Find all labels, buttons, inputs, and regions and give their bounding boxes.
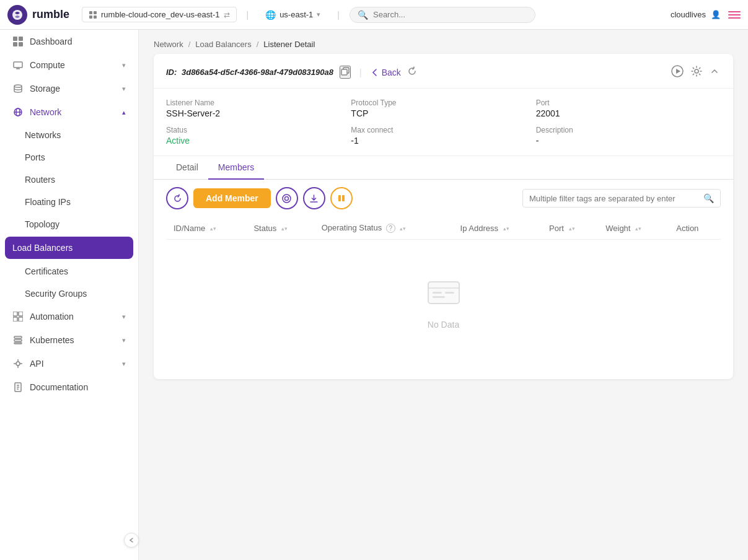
- region-label: us-east-1: [279, 10, 313, 19]
- sidebar-item-automation[interactable]: Automation ▾: [0, 305, 138, 328]
- breadcrumb-sep-2: /: [257, 40, 259, 49]
- back-label: Back: [382, 68, 401, 77]
- filter-input[interactable]: [529, 194, 703, 203]
- breadcrumb-load-balancers[interactable]: Load Balancers: [195, 40, 251, 49]
- value-status: Active: [166, 136, 351, 146]
- api-chevron-icon: ▾: [122, 360, 126, 368]
- sidebar-item-kubernetes[interactable]: Kubernetes ▾: [0, 328, 138, 352]
- field-description: Description -: [536, 126, 721, 146]
- sidebar-item-dashboard[interactable]: Dashboard: [0, 30, 138, 53]
- sidebar-label-automation: Automation: [30, 312, 74, 322]
- sidebar-item-networks[interactable]: Networks: [0, 124, 138, 146]
- detail-fields: Listener Name SSH-Server-2 Protocol Type…: [154, 89, 733, 156]
- download-button[interactable]: [303, 187, 325, 209]
- tab-detail[interactable]: Detail: [166, 156, 208, 180]
- username: cloudlives: [671, 10, 706, 19]
- id-prefix: ID:: [166, 68, 177, 77]
- copy-id-button[interactable]: [340, 66, 351, 79]
- add-member-button[interactable]: Add Member: [193, 188, 271, 208]
- help-icon-operating-status: ?: [386, 224, 395, 233]
- back-button[interactable]: Back: [371, 68, 401, 77]
- svg-rect-44: [433, 292, 442, 294]
- play-button[interactable]: [670, 64, 685, 81]
- sidebar-label-documentation: Documentation: [30, 382, 88, 392]
- api-icon: [12, 358, 24, 369]
- sidebar-label-ports: Ports: [25, 152, 45, 162]
- sort-icon-status: ▴▾: [281, 225, 288, 232]
- label-port: Port: [536, 98, 721, 107]
- logo[interactable]: rumble: [7, 5, 69, 25]
- sidebar-item-storage[interactable]: Storage ▾: [0, 77, 138, 100]
- sidebar-item-compute[interactable]: Compute ▾: [0, 53, 138, 77]
- project-name: rumble-cloud-core_dev-us-east-1: [101, 10, 219, 19]
- settings-button[interactable]: [690, 64, 703, 80]
- sidebar-item-routers[interactable]: Routers: [0, 168, 138, 191]
- detail-header: ID: 3d866a54-d5cf-4366-98af-479d083190a8…: [154, 54, 733, 89]
- topbar-project[interactable]: rumble-cloud-core_dev-us-east-1 ⇄: [82, 7, 236, 22]
- table-head: ID/Name ▴▾ Status ▴▾ Operating Status ? …: [166, 217, 721, 240]
- filter-search-icon: 🔍: [703, 193, 714, 203]
- field-protocol-type: Protocol Type TCP: [351, 98, 535, 118]
- svg-point-37: [285, 196, 289, 200]
- search-bar[interactable]: 🔍: [350, 7, 535, 23]
- pause-button[interactable]: [330, 187, 353, 209]
- sidebar-item-load-balancers[interactable]: Load Balancers: [5, 237, 133, 259]
- no-data-icon: [178, 277, 708, 315]
- topbar: rumble rumble-cloud-core_dev-us-east-1 ⇄…: [0, 0, 748, 30]
- sidebar-label-routers: Routers: [25, 175, 55, 185]
- network-icon: [12, 107, 24, 118]
- svg-rect-19: [19, 317, 23, 322]
- svg-point-38: [283, 195, 291, 203]
- sidebar-item-floating-ips[interactable]: Floating IPs: [0, 191, 138, 213]
- label-max-connect: Max connect: [351, 126, 535, 134]
- sidebar-label-api: API: [30, 359, 44, 369]
- col-port: Port ▴▾: [542, 217, 598, 240]
- reload-button[interactable]: [166, 187, 188, 209]
- col-ip-address: Ip Address ▴▾: [453, 217, 542, 240]
- sort-icon-weight: ▴▾: [635, 225, 641, 232]
- field-listener-name: Listener Name SSH-Server-2: [166, 98, 351, 118]
- svg-rect-3: [89, 15, 92, 19]
- sidebar-item-security-groups[interactable]: Security Groups: [0, 282, 138, 305]
- sidebar-label-storage: Storage: [30, 84, 60, 94]
- sort-icon-operating-status: ▴▾: [400, 225, 406, 232]
- svg-rect-46: [445, 292, 454, 294]
- apps-icon: [89, 11, 97, 19]
- sidebar-item-topology[interactable]: Topology: [0, 213, 138, 235]
- sidebar-item-network[interactable]: Network ▴: [0, 100, 138, 124]
- col-status: Status ▴▾: [246, 217, 314, 240]
- sidebar-collapse-button[interactable]: [124, 533, 139, 548]
- svg-rect-45: [433, 296, 445, 298]
- sidebar-item-documentation[interactable]: Documentation: [0, 375, 138, 399]
- svg-point-23: [16, 362, 20, 365]
- automation-icon: [12, 311, 24, 322]
- svg-rect-17: [19, 312, 23, 316]
- sidebar-item-certificates[interactable]: Certificates: [0, 260, 138, 282]
- sidebar-label-security-groups: Security Groups: [25, 289, 87, 299]
- col-weight: Weight ▴▾: [598, 217, 669, 240]
- sidebar-item-ports[interactable]: Ports: [0, 146, 138, 168]
- topbar-region[interactable]: 🌐 us-east-1 ▾: [258, 7, 327, 23]
- layout: Dashboard Compute ▾ Storage ▾ Network ▴ …: [0, 30, 748, 560]
- search-input[interactable]: [373, 10, 527, 19]
- sidebar-item-api[interactable]: API ▾: [0, 352, 138, 375]
- storage-icon: [12, 83, 24, 94]
- detail-header-actions: [670, 64, 721, 81]
- svg-point-36: [695, 69, 698, 73]
- collapse-button[interactable]: [708, 65, 721, 79]
- search-icon: 🔍: [358, 10, 368, 20]
- view-toggle-button[interactable]: [276, 187, 298, 209]
- svg-rect-16: [13, 312, 17, 316]
- sidebar: Dashboard Compute ▾ Storage ▾ Network ▴ …: [0, 30, 139, 560]
- tab-members[interactable]: Members: [208, 156, 264, 180]
- sidebar-label-dashboard: Dashboard: [30, 37, 73, 46]
- hamburger-menu[interactable]: [728, 11, 741, 19]
- menu-line-2: [728, 14, 741, 15]
- members-table: ID/Name ▴▾ Status ▴▾ Operating Status ? …: [154, 217, 733, 379]
- svg-rect-20: [14, 336, 22, 338]
- breadcrumb-network[interactable]: Network: [154, 40, 183, 49]
- tabs: Detail Members: [154, 156, 733, 180]
- refresh-button[interactable]: [407, 66, 417, 79]
- sidebar-label-kubernetes: Kubernetes: [30, 335, 74, 345]
- filter-input-wrap[interactable]: 🔍: [522, 189, 721, 208]
